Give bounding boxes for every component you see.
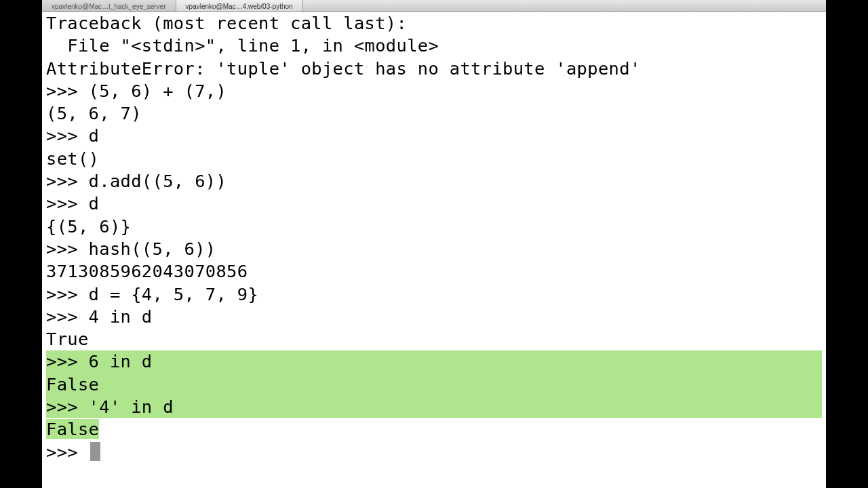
terminal-line: >>> d.add((5, 6)) bbox=[46, 170, 822, 192]
terminal-line: Traceback (most recent call last): bbox=[46, 12, 822, 35]
terminal-line: {(5, 6)} bbox=[46, 216, 822, 238]
terminal-window: vpavlenko@Mac…t_hack_eye_server vpavlenk… bbox=[42, 0, 826, 488]
cursor-icon bbox=[90, 442, 100, 461]
terminal-line: File "<stdin>", line 1, in <module> bbox=[46, 35, 822, 57]
terminal-line: False bbox=[46, 373, 822, 396]
terminal-line: >>> d bbox=[46, 192, 822, 215]
terminal-line: >>> hash((5, 6)) bbox=[46, 238, 822, 260]
tab-1[interactable]: vpavlenko@Mac…t_hack_eye_server bbox=[42, 0, 176, 12]
tab-label: vpavlenko@Mac…4.web/03-python bbox=[186, 3, 293, 10]
terminal-line: >>> (5, 6) + (7,) bbox=[46, 80, 822, 102]
terminal-output[interactable]: Traceback (most recent call last): File … bbox=[42, 12, 826, 488]
terminal-line: >>> 4 in d bbox=[46, 306, 822, 328]
tab-2[interactable]: vpavlenko@Mac…4.web/03-python bbox=[176, 0, 303, 12]
terminal-line: set() bbox=[46, 148, 822, 170]
terminal-line: False bbox=[46, 418, 822, 441]
terminal-line: >>> d bbox=[46, 125, 822, 147]
tab-bar: vpavlenko@Mac…t_hack_eye_server vpavlenk… bbox=[42, 0, 826, 12]
terminal-line: AttributeError: 'tuple' object has no at… bbox=[46, 58, 822, 80]
terminal-line: >>> 6 in d bbox=[46, 350, 822, 373]
tab-label: vpavlenko@Mac…t_hack_eye_server bbox=[52, 3, 166, 10]
terminal-line: >>> d = {4, 5, 7, 9} bbox=[46, 283, 822, 306]
terminal-line: (5, 6, 7) bbox=[46, 102, 822, 125]
terminal-prompt: >>> bbox=[46, 441, 822, 464]
terminal-line: True bbox=[46, 328, 822, 350]
terminal-line: 3713085962043070856 bbox=[46, 260, 822, 283]
terminal-line: >>> '4' in d bbox=[46, 396, 822, 418]
